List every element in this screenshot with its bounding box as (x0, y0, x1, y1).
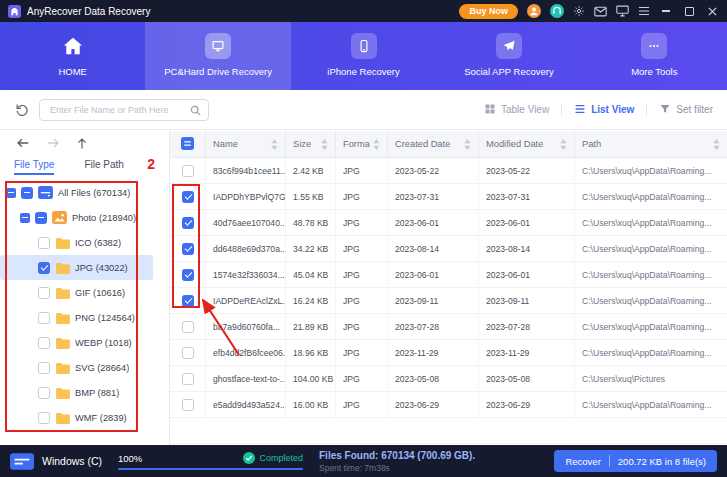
sort-icon[interactable] (713, 139, 720, 150)
search-input[interactable] (39, 99, 209, 121)
recover-button[interactable]: Recover 200.72 KB in 8 file(s) (554, 450, 717, 472)
table-row[interactable]: 83c6f994b1cee11...2.42 KBJPG2023-05-2220… (170, 158, 727, 184)
nav-tab-more-tools[interactable]: More Tools (582, 22, 727, 90)
tree-item-label: PNG (124564) (75, 313, 135, 323)
tree-item-bmp[interactable]: BMP (881) (0, 380, 153, 405)
tree-item-svg[interactable]: SVG (28664) (0, 355, 153, 380)
table-row[interactable]: IADPDeREAclZxL...16.24 KBJPG2023-09-1120… (170, 288, 727, 314)
tree-checkbox[interactable] (21, 187, 33, 199)
back-arrow-icon[interactable] (16, 137, 30, 149)
sort-icon[interactable] (321, 139, 328, 150)
tree-checkbox[interactable] (38, 412, 50, 424)
nav-tab-iphone-recovery[interactable]: iPhone Recovery (291, 22, 436, 90)
gear-icon[interactable] (573, 5, 585, 17)
file-name: efb4dd2fB6fcee06... (205, 340, 285, 365)
minimize-icon (662, 10, 670, 12)
table-row[interactable]: 1574e32f336034...45.04 KBJPG2023-06-0120… (170, 262, 727, 288)
search-icon[interactable] (189, 103, 202, 121)
sort-icon[interactable] (464, 139, 471, 150)
recover-size-info: 200.72 KB in 8 file(s) (618, 456, 706, 467)
row-checkbox[interactable] (182, 217, 194, 229)
table-row[interactable]: IADPDhYBPvlQ7G...1.55 KBJPG2023-07-31202… (170, 184, 727, 210)
row-checkbox[interactable] (182, 165, 194, 177)
nav-bar: HOMEPC&Hard Drive RecoveryiPhone Recover… (0, 22, 727, 90)
column-header-modified-date[interactable]: Modified Date (478, 131, 574, 157)
table-view-button[interactable]: Table View (484, 103, 549, 117)
tree-item-label: WEBP (1018) (75, 338, 132, 348)
tree-item-photo[interactable]: Photo (218940) (0, 205, 153, 230)
table-row[interactable]: e5add9d493a524...16.00 KBJPG2023-06-2920… (170, 392, 727, 418)
file-name: IADPDhYBPvlQ7G... (205, 184, 285, 209)
modified-date: 2023-07-28 (478, 314, 574, 339)
sort-icon[interactable] (373, 139, 380, 150)
column-header-name[interactable]: Name (205, 131, 285, 157)
up-arrow-icon[interactable] (76, 137, 88, 150)
tree-checkbox[interactable] (38, 262, 50, 274)
set-filter-button[interactable]: Set filter (659, 103, 713, 117)
table-row[interactable]: ghostface-text-to-...104.00 KBJPG2023-05… (170, 366, 727, 392)
table-row[interactable]: 40d76aee107040...48.78 KBJPG2023-06-0120… (170, 210, 727, 236)
row-checkbox-cell (170, 314, 205, 339)
column-header-format[interactable]: Format (335, 131, 387, 157)
column-header-created-date[interactable]: Created Date (387, 131, 478, 157)
tab-file-type[interactable]: File Type (14, 159, 54, 175)
column-header-size[interactable]: Size (285, 131, 335, 157)
avatar-orange-icon[interactable] (527, 4, 541, 18)
row-checkbox[interactable] (182, 321, 194, 333)
tab-file-path[interactable]: File Path (84, 159, 123, 175)
tree-checkbox[interactable] (38, 337, 50, 349)
tree-item-webp[interactable]: WEBP (1018) (0, 330, 153, 355)
maximize-button[interactable] (682, 4, 696, 18)
tree-item-gif[interactable]: GIF (10616) (0, 280, 153, 305)
app-logo-icon (8, 5, 21, 18)
file-tree: All Files (670134)Photo (218940)ICO (638… (0, 178, 169, 430)
reset-icon[interactable] (14, 102, 29, 117)
row-checkbox[interactable] (182, 243, 194, 255)
sort-icon[interactable] (271, 139, 278, 150)
file-name: IADPDeREAclZxL... (205, 288, 285, 313)
tree-item-all-files[interactable]: All Files (670134) (0, 180, 153, 205)
tree-checkbox[interactable] (38, 387, 50, 399)
minimize-button[interactable] (659, 4, 673, 18)
tree-checkbox[interactable] (38, 237, 50, 249)
column-header-path[interactable]: Path (574, 131, 727, 157)
forward-arrow-icon[interactable] (46, 137, 60, 149)
row-checkbox[interactable] (182, 399, 194, 411)
tree-item-png[interactable]: PNG (124564) (0, 305, 153, 330)
buy-now-button[interactable]: Buy Now (459, 4, 518, 19)
completed-label: Completed (259, 453, 303, 463)
nav-tab-home[interactable]: HOME (0, 22, 145, 90)
nav-tab-social-app-recovery[interactable]: Social APP Recovery (436, 22, 581, 90)
completed-check-icon (243, 452, 255, 464)
table-row[interactable]: dd6488e69d370a...34.22 KBJPG2023-08-1420… (170, 236, 727, 262)
collapse-icon[interactable] (20, 213, 30, 223)
row-checkbox[interactable] (182, 295, 194, 307)
collapse-icon[interactable] (6, 188, 16, 198)
monitor-icon[interactable] (616, 5, 629, 17)
drive-selector[interactable]: Windows (C) (10, 453, 114, 470)
menu-icon[interactable] (638, 6, 650, 16)
table-row[interactable]: efb4dd2fB6fcee06...18.96 KBJPG2023-11-29… (170, 340, 727, 366)
tree-checkbox[interactable] (38, 312, 50, 324)
select-all-icon[interactable] (181, 137, 194, 152)
tree-checkbox[interactable] (38, 362, 50, 374)
tree-checkbox[interactable] (35, 212, 47, 224)
row-checkbox[interactable] (182, 373, 194, 385)
sort-icon[interactable] (560, 139, 567, 150)
nav-tab-pc-hard-drive-recovery[interactable]: PC&Hard Drive Recovery (145, 22, 290, 90)
created-date: 2023-11-29 (387, 340, 478, 365)
mail-icon[interactable] (594, 6, 607, 17)
avatar-teal-icon[interactable] (550, 4, 564, 18)
row-checkbox[interactable] (182, 191, 194, 203)
tree-checkbox[interactable] (38, 287, 50, 299)
tree-item-ico[interactable]: ICO (6382) (0, 230, 153, 255)
select-all-header[interactable] (170, 131, 205, 157)
photo-icon (52, 211, 67, 224)
row-checkbox[interactable] (182, 269, 194, 281)
row-checkbox[interactable] (182, 347, 194, 359)
list-view-button[interactable]: List View (574, 103, 634, 117)
tree-item-jpg[interactable]: JPG (43022) (0, 255, 153, 280)
table-row[interactable]: ba7a9d60760fa...21.89 KBJPG2023-07-28202… (170, 314, 727, 340)
tree-item-wmf[interactable]: WMF (2839) (0, 405, 153, 430)
close-button[interactable] (705, 4, 719, 18)
